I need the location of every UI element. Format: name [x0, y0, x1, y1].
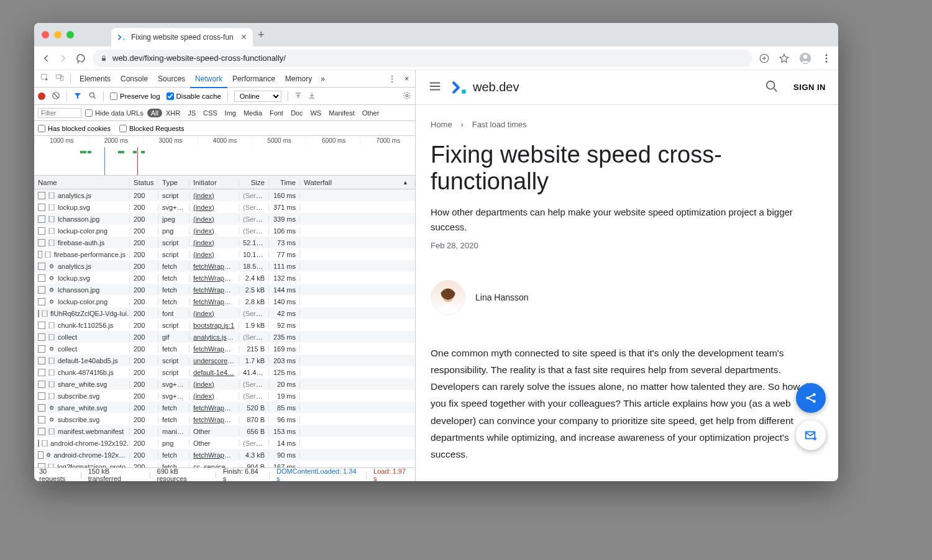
close-window-button[interactable] [42, 31, 49, 38]
device-toolbar-icon[interactable] [53, 71, 66, 86]
close-tab-icon[interactable]: × [241, 32, 247, 43]
row-select-box[interactable] [38, 451, 43, 459]
export-har-icon[interactable] [308, 92, 316, 101]
network-row[interactable]: android-chrome-192x192.…200pngOther(Serv… [34, 437, 415, 449]
row-select-box[interactable] [38, 263, 45, 270]
network-row[interactable]: ⚙lockup-color.png200fetchfetchWrapp…2.8 … [34, 296, 415, 307]
hide-data-urls-checkbox[interactable]: Hide data URLs [85, 109, 144, 117]
col-initiator-header[interactable]: Initiator [190, 179, 239, 186]
more-panels-icon[interactable]: » [318, 72, 327, 86]
blocked-requests-checkbox[interactable]: Blocked Requests [119, 125, 185, 132]
crumb-home[interactable]: Home [431, 120, 452, 129]
network-row[interactable]: firebase-performance.js200script(index)1… [34, 248, 415, 260]
share-fab[interactable] [796, 383, 826, 413]
devtools-tab-network[interactable]: Network [190, 71, 227, 88]
address-bar[interactable]: web.dev/fixing-website-speed-cross-funct… [93, 50, 752, 67]
record-button[interactable] [38, 93, 45, 100]
filter-type-img[interactable]: Img [221, 109, 240, 117]
row-select-box[interactable] [38, 345, 45, 353]
filter-input[interactable] [38, 108, 81, 118]
filter-type-font[interactable]: Font [266, 109, 287, 117]
row-select-box[interactable] [38, 192, 45, 199]
filter-type-xhr[interactable]: XHR [162, 109, 184, 117]
site-logo[interactable]: web.dev [452, 79, 519, 96]
disable-cache-checkbox[interactable]: Disable cache [167, 93, 221, 100]
devtools-close-icon[interactable]: × [402, 72, 411, 86]
network-row[interactable]: analytics.js200script(index)(Servi…160 m… [34, 189, 415, 201]
signin-button[interactable]: SIGN IN [793, 83, 826, 92]
row-select-box[interactable] [38, 251, 42, 258]
author-avatar[interactable] [431, 280, 465, 315]
minimize-window-button[interactable] [54, 31, 62, 38]
devtools-tab-console[interactable]: Console [116, 71, 153, 87]
menu-icon[interactable] [821, 53, 832, 64]
filter-type-ws[interactable]: WS [306, 109, 325, 117]
row-select-box[interactable] [38, 440, 39, 447]
import-har-icon[interactable] [295, 92, 302, 101]
network-row[interactable]: ⚙analytics.js200fetchfetchWrapp…18.5 kB1… [34, 260, 415, 272]
network-row[interactable]: collect200gifanalytics.js:36(Servi…235 m… [34, 331, 415, 343]
network-row[interactable]: manifest.webmanifest200manif…Other656 B1… [34, 425, 415, 437]
network-row[interactable]: default-1e40abd5.js200scriptunderscore-…… [34, 355, 415, 366]
row-select-box[interactable] [38, 357, 45, 364]
row-select-box[interactable] [38, 274, 45, 282]
blocked-cookies-checkbox[interactable]: Has blocked cookies [38, 125, 111, 132]
network-row[interactable]: firebase-auth.js200script(index)52.1 kB7… [34, 237, 415, 248]
crumb-section[interactable]: Fast load times [472, 120, 527, 129]
network-row[interactable]: ⚙collect200fetchfetchWrapp…215 B169 ms [34, 343, 415, 355]
row-select-box[interactable] [38, 369, 45, 376]
profile-icon[interactable] [798, 52, 812, 65]
header-search-icon[interactable] [765, 79, 779, 96]
throttle-select[interactable]: Online [234, 91, 281, 102]
network-row[interactable]: ⚙subscribe.svg200fetchfetchWrapp…870 B96… [34, 413, 415, 425]
row-select-box[interactable] [38, 227, 45, 235]
network-row[interactable]: flUhRq6tzZclQEJ-Vdg-Iui…200font(index)(S… [34, 307, 415, 319]
element-picker-icon[interactable] [38, 71, 52, 86]
row-select-box[interactable] [38, 204, 45, 211]
devtools-tab-elements[interactable]: Elements [75, 71, 116, 87]
author-name[interactable]: Lina Hansson [475, 292, 529, 302]
filter-type-media[interactable]: Media [240, 109, 266, 117]
network-row[interactable]: lockup.svg200svg+…(index)(Servi…371 ms [34, 201, 415, 213]
network-row[interactable]: log?format=json_proto200fetchcc_service.… [34, 461, 415, 467]
devtools-tab-performance[interactable]: Performance [227, 71, 280, 87]
col-type-header[interactable]: Type [158, 179, 190, 186]
row-select-box[interactable] [38, 404, 45, 412]
network-row[interactable]: subscribe.svg200svg+…(index)(Servi…19 ms [34, 390, 415, 402]
reload-button[interactable] [75, 53, 86, 64]
devtools-tab-sources[interactable]: Sources [153, 71, 190, 87]
row-select-box[interactable] [38, 322, 45, 329]
row-select-box[interactable] [38, 239, 45, 246]
back-button[interactable] [40, 53, 52, 64]
col-size-header[interactable]: Size [239, 179, 269, 186]
col-name-header[interactable]: Name [34, 179, 130, 186]
search-icon[interactable] [88, 91, 97, 101]
filter-type-js[interactable]: JS [184, 109, 199, 117]
filter-type-css[interactable]: CSS [199, 109, 221, 117]
row-select-box[interactable] [38, 310, 39, 317]
row-select-box[interactable] [38, 428, 45, 435]
timeline-overview[interactable]: 1000 ms2000 ms3000 ms4000 ms5000 ms6000 … [34, 136, 415, 176]
network-row[interactable]: ⚙android-chrome-192x…200fetchfetchWrapp…… [34, 449, 415, 461]
col-time-header[interactable]: Time [269, 179, 300, 186]
row-select-box[interactable] [38, 333, 45, 341]
network-row[interactable]: chunk-48741f6b.js200scriptdefault-1e4…41… [34, 366, 415, 378]
row-select-box[interactable] [38, 215, 45, 223]
bookmark-icon[interactable] [779, 53, 790, 64]
network-settings-icon[interactable] [403, 91, 411, 101]
forward-button[interactable] [58, 53, 69, 64]
browser-tab[interactable]: Fixing website speed cross-fun × [111, 28, 253, 47]
col-status-header[interactable]: Status [130, 179, 158, 186]
network-row[interactable]: chunk-fc110256.js200scriptbootstrap.js:1… [34, 319, 415, 331]
network-row[interactable]: lchansson.jpg200jpeg(index)(Servi…339 ms [34, 213, 415, 225]
row-select-box[interactable] [38, 392, 45, 400]
filter-type-doc[interactable]: Doc [287, 109, 307, 117]
row-select-box[interactable] [38, 381, 45, 388]
filter-type-other[interactable]: Other [359, 109, 383, 117]
network-row[interactable]: ⚙lchansson.jpg200fetchfetchWrapp…2.5 kB1… [34, 284, 415, 296]
row-select-box[interactable] [38, 298, 45, 305]
new-tab-button[interactable]: + [258, 29, 265, 42]
network-row[interactable]: share_white.svg200svg+…(index)(Servi…20 … [34, 378, 415, 390]
filter-type-all[interactable]: All [147, 109, 162, 117]
row-select-box[interactable] [38, 286, 45, 294]
